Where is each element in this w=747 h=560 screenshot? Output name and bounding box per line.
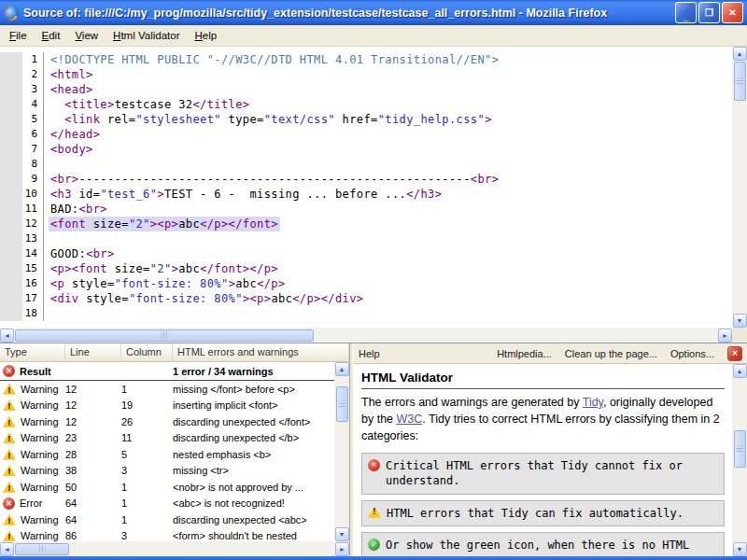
row-type: !Warning (0, 530, 65, 541)
row-type-label: Result (20, 366, 51, 377)
scrollbar-thumb[interactable] (734, 430, 746, 468)
line-number: 13 (0, 231, 44, 246)
column-header-html-errors-and-warnings[interactable]: HTML errors and warnings (173, 343, 349, 361)
clean-up-the-page-button[interactable]: Clean up the page... (565, 348, 657, 359)
table-row[interactable]: !Warning121missing </font> before <p> (0, 381, 334, 398)
column-header-column[interactable]: Column (121, 343, 173, 361)
help-vertical-scrollbar[interactable]: ▲ ▼ (732, 364, 747, 556)
scroll-right-icon[interactable]: ► (718, 329, 732, 343)
menu-html-validator[interactable]: Html Validator (106, 27, 187, 44)
line-text (49, 157, 52, 172)
line-text: <body> (49, 142, 95, 157)
heading-rule (361, 388, 725, 389)
options-button[interactable]: Options... (670, 348, 714, 359)
scroll-down-icon[interactable]: ▼ (733, 542, 747, 556)
row-col: 19 (121, 399, 173, 411)
table-row[interactable]: ✕Error641<abc> is not recognized! (0, 496, 334, 512)
firefox-icon (4, 6, 19, 21)
row-msg: inserting implicit <font> (173, 399, 334, 411)
close-button[interactable]: ✕ (722, 2, 743, 23)
table-row[interactable]: !Warning1226discarding unexpected </font… (0, 413, 334, 430)
source-line: 7<body> (0, 142, 732, 157)
source-code: 1<!DOCTYPE HTML PUBLIC "-//W3C//DTD HTML… (0, 47, 732, 328)
htmlpedia-button[interactable]: Htmlpedia... (497, 348, 552, 359)
notice-warning: !HTML errors that Tidy can fix automatic… (361, 500, 725, 526)
table-row[interactable]: !Warning863<form> shouldn't be nested (0, 528, 334, 542)
row-col: 5 (121, 449, 173, 460)
table-row[interactable]: !Warning2311discarding unexpected </b> (0, 430, 334, 447)
line-number: 6 (0, 127, 44, 142)
help-notices: ✕Critical HTML errors that Tidy cannot f… (361, 453, 725, 556)
scrollbar-thumb[interactable] (336, 386, 348, 422)
source-line: 8 (0, 157, 732, 172)
row-type-label: Warning (21, 482, 59, 493)
line-text: <p style="font-size: 80%">abc</p> (49, 276, 288, 291)
row-col: 1 (121, 497, 173, 509)
row-col: 3 (121, 465, 173, 476)
help-heading: HTML Validator (361, 371, 725, 385)
line-number: 1 (0, 52, 44, 67)
table-row[interactable]: !Warning501<nobr> is not approved by ... (0, 479, 334, 496)
minimize-button[interactable]: _ (675, 2, 697, 23)
tidy-link[interactable]: Tidy (583, 396, 603, 409)
line-number: 3 (0, 82, 44, 97)
notice-text: Or show the green icon, when there is no… (386, 538, 718, 556)
results-vertical-scrollbar[interactable]: ▲ ▼ (334, 362, 349, 541)
line-text: <br>------------------------------------… (49, 172, 500, 187)
column-header-line[interactable]: Line (65, 343, 121, 361)
table-row[interactable]: ✕Result1 error / 34 warnings (0, 362, 334, 381)
scrollbar-thumb[interactable] (734, 62, 746, 101)
results-horizontal-scrollbar[interactable]: ◄ ► (0, 541, 349, 556)
warning-icon: ! (3, 514, 16, 525)
source-line: 15<p><font size="2">abc</font></p> (0, 261, 732, 276)
source-line: 17<div style="font-size: 80%"><p>abc</p>… (0, 291, 732, 306)
row-type-label: Warning (21, 449, 59, 460)
source-horizontal-scrollbar[interactable]: ◄ ► (0, 328, 732, 343)
scrollbar-thumb[interactable] (15, 329, 314, 342)
column-header-type[interactable]: Type (0, 343, 65, 361)
row-type: !Warning (0, 384, 65, 395)
row-col: 11 (121, 432, 173, 443)
table-row[interactable]: !Warning641discarding unexpected <abc> (0, 511, 334, 528)
error-icon: ✕ (3, 497, 15, 510)
line-number: 5 (0, 112, 44, 127)
scroll-up-icon[interactable]: ▲ (335, 362, 349, 376)
error-icon: ✕ (3, 365, 15, 377)
help-content: HTML Validator The errors and warnings a… (354, 364, 732, 556)
scroll-right-icon[interactable]: ► (335, 542, 349, 556)
table-row[interactable]: !Warning1219inserting implicit <font> (0, 398, 334, 414)
line-number: 16 (0, 276, 44, 291)
scroll-down-icon[interactable]: ▼ (733, 314, 747, 328)
scrollbar-thumb[interactable] (15, 543, 69, 555)
source-line: 18 (0, 306, 732, 321)
line-text: <!DOCTYPE HTML PUBLIC "-//W3C//DTD HTML … (49, 52, 500, 67)
scroll-down-icon[interactable]: ▼ (335, 527, 349, 541)
restore-button[interactable]: ❐ (698, 2, 720, 23)
line-text: <head> (49, 82, 95, 97)
scroll-left-icon[interactable]: ◄ (0, 542, 14, 556)
scroll-left-icon[interactable]: ◄ (0, 329, 14, 343)
panel-close-icon[interactable]: ✕ (727, 346, 742, 361)
menu-view[interactable]: View (67, 27, 106, 44)
line-text: <div style="font-size: 80%"><p>abc</p></… (49, 291, 366, 306)
w3c-link[interactable]: W3C (397, 413, 423, 426)
firefox-window: Source of: file:///C:/my_prog/mozilla/sr… (0, 0, 747, 560)
warning-icon: ! (3, 530, 16, 541)
warning-icon: ! (3, 465, 16, 476)
source-line: 5 <link rel="stylesheet" type="text/css"… (0, 112, 732, 127)
row-type-label: Warning (21, 530, 59, 541)
help-toolbar: Help Htmlpedia...Clean up the page...Opt… (354, 343, 747, 364)
source-vertical-scrollbar[interactable]: ▲ ▼ (732, 47, 747, 328)
table-row[interactable]: !Warning285nested emphasis <b> (0, 446, 334, 463)
notice-error: ✕Critical HTML errors that Tidy cannot f… (361, 453, 725, 494)
menu-help[interactable]: Help (187, 27, 224, 44)
results-table-header: TypeLineColumnHTML errors and warnings (0, 343, 349, 362)
scroll-up-icon[interactable]: ▲ (733, 47, 747, 61)
table-row[interactable]: !Warning383missing <tr> (0, 463, 334, 480)
row-msg: nested emphasis <b> (173, 449, 334, 460)
menu-edit[interactable]: Edit (35, 27, 68, 44)
row-line: 50 (65, 482, 121, 493)
scroll-up-icon[interactable]: ▲ (733, 364, 747, 378)
menu-file[interactable]: File (2, 27, 35, 44)
row-type: !Warning (0, 465, 65, 476)
